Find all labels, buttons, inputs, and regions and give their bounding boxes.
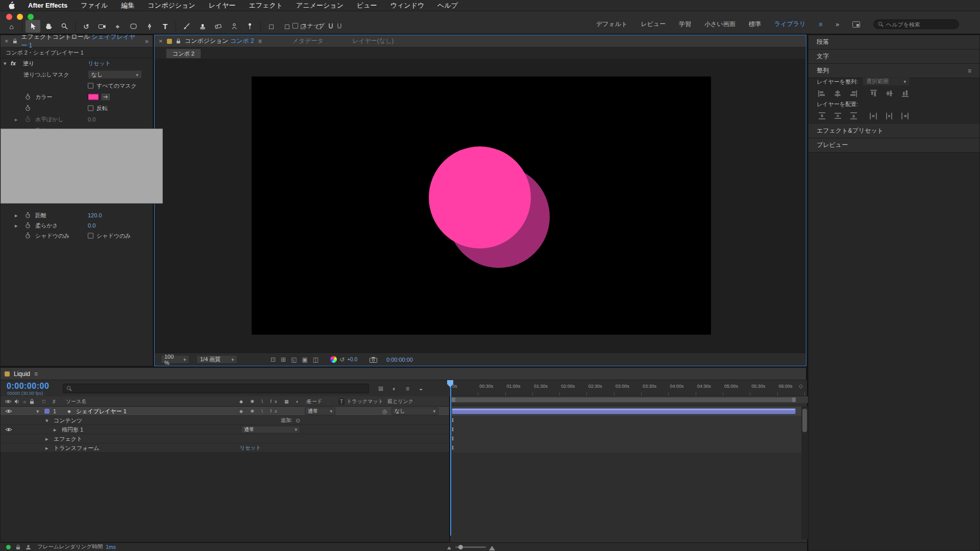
layer-label-chip[interactable] (44, 409, 50, 414)
disabled-tool-icon[interactable]: □ (264, 20, 279, 33)
distribute-right-button[interactable] (899, 111, 911, 121)
layer-mode-dropdown[interactable]: 通常▾ (305, 407, 335, 415)
apple-icon[interactable] (8, 2, 15, 9)
mode-column-header[interactable]: モード (307, 398, 322, 405)
magnet-icon[interactable] (328, 23, 333, 29)
chevron-right-icon[interactable]: ▸ (15, 222, 18, 229)
workspace-standard[interactable]: 標準 (749, 20, 761, 29)
camera-tool[interactable] (94, 20, 109, 33)
selection-tool[interactable] (26, 20, 40, 33)
stopwatch-icon[interactable] (25, 94, 31, 101)
distance-value[interactable]: 120.0 (88, 212, 102, 218)
grid-guides-icon[interactable]: ⊡ (271, 356, 276, 363)
zoom-in-mountain-icon[interactable] (489, 544, 495, 550)
stopwatch-icon[interactable] (25, 222, 31, 229)
distribute-bottom-button[interactable] (847, 111, 860, 121)
magnet-key-icon[interactable] (337, 23, 342, 29)
fx-badge-icon[interactable]: fx (11, 60, 16, 66)
panel-tab-align[interactable]: 整列 ≡ (808, 64, 979, 78)
workspace-menu-icon[interactable]: ≡ (819, 21, 822, 28)
parent-link-column-header[interactable]: 親とリンク (387, 398, 413, 405)
share-screen-icon[interactable] (852, 21, 860, 28)
menu-layer[interactable]: レイヤー (209, 1, 236, 10)
stopwatch-icon[interactable] (25, 233, 31, 239)
shape-tool[interactable] (126, 20, 141, 33)
menu-file[interactable]: ファイル (81, 1, 108, 10)
menu-animation[interactable]: アニメーション (296, 1, 344, 10)
align-left-button[interactable] (816, 88, 828, 98)
brush-tool[interactable] (179, 20, 194, 33)
timeline-tab-title[interactable]: Liquid (14, 370, 30, 378)
timeline-ruler[interactable]: 0s00:30s01:00s01:30s02:00s02:30s03:00s03… (449, 380, 807, 396)
work-area-track[interactable] (450, 396, 808, 403)
tab-metadata[interactable]: メタデータ (292, 37, 324, 45)
distribute-center-v-button[interactable] (831, 111, 844, 121)
chevron-right-icon[interactable]: ▸ (15, 212, 18, 219)
layer-name[interactable]: シェイプレイヤー 1 (76, 407, 127, 415)
panel-tab-character[interactable]: 文字 (808, 49, 979, 64)
align-center-h-button[interactable] (831, 88, 844, 98)
stopwatch-icon[interactable] (25, 212, 31, 219)
align-bottom-button[interactable] (899, 88, 911, 98)
reset-transform-link[interactable]: リセット (240, 444, 261, 452)
softness-value[interactable]: 0.0 (88, 222, 95, 229)
group-row-effects[interactable]: ▸ エフェクト (1, 434, 449, 443)
track-matte-column-header[interactable]: トラックマット (347, 398, 383, 405)
menu-effect[interactable]: エフェクト (249, 1, 283, 10)
work-area-end-handle[interactable] (792, 397, 796, 402)
chevron-down-icon[interactable]: ▾ (45, 417, 48, 423)
resolution-dropdown[interactable]: 1/4 画質▾ (197, 355, 237, 364)
menu-view[interactable]: ビュー (357, 1, 377, 10)
property-value[interactable]: 0.0 (88, 116, 95, 122)
pan-behind-tool[interactable]: ⌖ (110, 20, 125, 33)
panel-menu-icon[interactable]: ≡ (258, 38, 262, 45)
stopwatch-icon[interactable] (25, 105, 31, 112)
fill-color-swatch[interactable] (88, 94, 99, 101)
close-icon[interactable]: × (5, 37, 9, 45)
chevron-right-icon[interactable]: ▸ (15, 116, 18, 123)
workspace-default[interactable]: デフォルト (596, 20, 627, 29)
clone-stamp-tool[interactable] (195, 20, 210, 33)
group-row-transform[interactable]: ▸ トランスフォーム リセット (1, 443, 449, 453)
chevron-right-icon[interactable]: ▸ (45, 435, 48, 442)
lock-icon[interactable] (176, 38, 181, 44)
comp-viewer-tab[interactable]: コンポ 2 (166, 48, 201, 58)
panel-overflow-icon[interactable]: » (145, 38, 149, 45)
composition-frame[interactable] (252, 77, 711, 335)
panel-menu-icon[interactable]: ≡ (34, 370, 38, 378)
stopwatch-icon[interactable] (25, 116, 31, 123)
scrollbar-thumb[interactable] (802, 409, 807, 432)
eyedropper-icon[interactable] (102, 94, 110, 101)
lock-icon[interactable] (13, 38, 17, 44)
timeline-zoom-thumb[interactable] (458, 545, 463, 549)
pen-tool[interactable] (142, 20, 157, 33)
panel-tab-effects-presets[interactable]: エフェクト&プリセット (808, 124, 979, 138)
app-name[interactable]: After Effects (28, 2, 67, 9)
playhead-line[interactable] (450, 380, 451, 536)
roto-brush-tool[interactable] (227, 20, 241, 33)
panel-tab-paragraph[interactable]: 段落 (808, 35, 979, 49)
chevron-down-icon[interactable]: ▾ (4, 60, 7, 67)
minimize-window-button[interactable] (17, 14, 23, 20)
home-icon[interactable]: ⌂ (4, 20, 19, 33)
close-icon[interactable]: × (159, 37, 163, 45)
fill-mask-dropdown[interactable]: なし▾ (88, 70, 142, 79)
all-masks-checkbox[interactable] (88, 83, 93, 89)
panel-tab-title[interactable]: コンポジション コンポ 2 (185, 37, 254, 45)
zoom-tool[interactable] (57, 20, 72, 33)
snapshot-camera-icon[interactable] (370, 357, 377, 363)
motion-blur-icon[interactable]: ◒ (419, 385, 423, 392)
reset-exposure-icon[interactable]: ↺ (339, 356, 345, 363)
orbit-camera-tool[interactable]: ↺ (79, 20, 93, 33)
group-row-contents[interactable]: ▾ コンテンツ 追加: ⊙ (1, 416, 449, 425)
panel-tab-preview[interactable]: プレビュー (808, 138, 979, 153)
chevron-down-icon[interactable]: ▾ (36, 408, 39, 414)
align-right-button[interactable] (847, 88, 860, 98)
frame-blending-icon[interactable]: ≡ (406, 385, 409, 392)
menu-composition[interactable]: コンポジション (148, 1, 195, 10)
panel-menu-icon[interactable]: ≡ (968, 67, 971, 74)
layer-switch-icons[interactable]: ◆ ✱ \ fx (239, 409, 280, 414)
menu-edit[interactable]: 編集 (121, 1, 135, 10)
timeline-search-input[interactable] (75, 386, 351, 392)
eraser-tool[interactable] (211, 20, 226, 33)
